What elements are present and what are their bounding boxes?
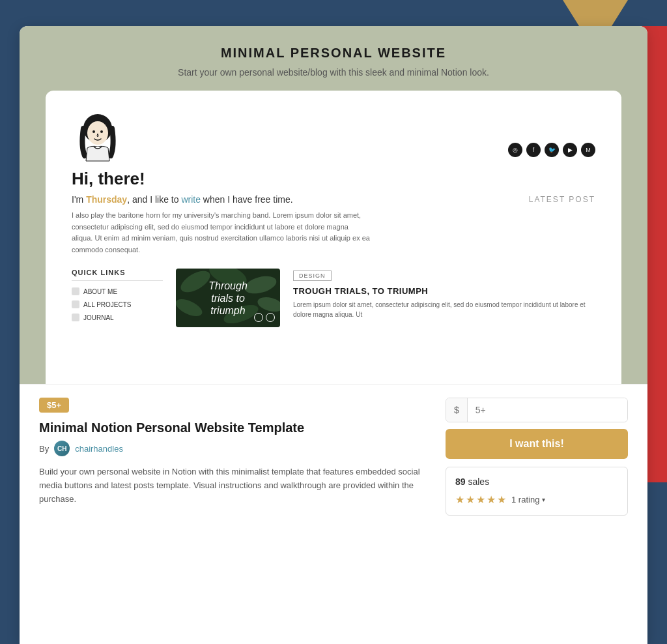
svg-point-6 — [243, 273, 279, 297]
journal-icon — [72, 314, 79, 321]
intro-middle: , and I like to — [127, 194, 181, 205]
purchase-right: $ I want this! 89 sales ★ ★ ★ ★ ★ — [446, 398, 628, 516]
circle-nav-1[interactable] — [254, 313, 263, 322]
stats-box: 89 sales ★ ★ ★ ★ ★ 1 rating ▾ — [446, 467, 628, 516]
image-nav-circles — [254, 313, 275, 322]
price-input[interactable] — [468, 398, 627, 422]
creator-link[interactable]: chairhandles — [75, 444, 123, 454]
instagram-icon[interactable]: ◎ — [508, 143, 522, 157]
avatar-sketch — [72, 110, 124, 162]
quick-link-journal[interactable]: JOURNAL — [72, 314, 163, 321]
price-input-row: $ — [446, 398, 628, 422]
svg-point-3 — [100, 130, 103, 133]
name-highlight: Thursday — [86, 194, 127, 205]
sales-number: 89 — [455, 476, 466, 487]
svg-point-1 — [87, 121, 108, 145]
product-description: Build your own personal website in Notio… — [39, 465, 433, 506]
star-4: ★ — [487, 493, 496, 506]
youtube-icon[interactable]: ▶ — [563, 143, 577, 157]
greeting-text: Hi, there! — [72, 169, 595, 189]
blog-image-text: Throughtrials totriumph — [208, 280, 248, 317]
creator-avatar: CH — [54, 441, 70, 456]
star-2: ★ — [466, 493, 475, 506]
rating-count: 1 rating — [511, 495, 539, 505]
by-line: By CH chairhandles — [39, 441, 433, 456]
post-info-panel: DESIGN TROUGH TRIALS, TO TRIUMPH Lorem i… — [293, 269, 595, 327]
latest-post-label: LATEST POST — [529, 195, 595, 204]
intro-description: I also play the baritone horn for my uni… — [72, 210, 371, 256]
main-card: MINIMAL PERSONAL WEBSITE Start your own … — [20, 26, 647, 644]
facebook-icon[interactable]: f — [526, 143, 541, 157]
preview-title: MINIMAL PERSONAL WEBSITE — [46, 46, 621, 61]
intro-end: when I have free time. — [201, 194, 293, 205]
intro-prefix: I'm — [72, 194, 86, 205]
preview-subtitle: Start your own personal website/blog wit… — [46, 67, 621, 78]
price-badge: $5+ — [39, 398, 69, 413]
intro-line: I'm Thursday, and I like to write when I… — [72, 194, 595, 205]
chevron-down-icon: ▾ — [542, 496, 545, 503]
social-icons-group: ◎ f 🐦 ▶ M — [508, 143, 595, 157]
post-excerpt: Lorem ipsum dolor sit amet, consectetur … — [293, 300, 595, 319]
sales-count: 89 sales — [455, 476, 618, 487]
product-title: Minimal Notion Personal Website Template — [39, 420, 433, 435]
svg-point-9 — [256, 295, 280, 315]
projects-link-label: ALL PROJECTS — [83, 301, 132, 308]
quick-links-title: QUICK LINKS — [72, 269, 163, 281]
projects-icon — [72, 300, 79, 308]
svg-point-7 — [176, 296, 205, 320]
by-label: By — [39, 444, 49, 454]
sales-label: sales — [468, 476, 489, 487]
svg-point-2 — [92, 130, 95, 133]
medium-icon[interactable]: M — [581, 143, 595, 157]
purchase-left: $5+ Minimal Notion Personal Website Temp… — [39, 398, 433, 506]
about-icon — [72, 287, 79, 295]
circle-nav-2[interactable] — [266, 313, 275, 322]
preview-section: MINIMAL PERSONAL WEBSITE Start your own … — [20, 26, 647, 384]
buy-button[interactable]: I want this! — [446, 429, 628, 459]
star-5: ★ — [497, 493, 506, 506]
star-1: ★ — [455, 493, 464, 506]
blog-post-image: Throughtrials totriumph — [176, 269, 280, 327]
quick-link-projects[interactable]: ALL PROJECTS — [72, 300, 163, 308]
twitter-icon[interactable]: 🐦 — [545, 143, 559, 157]
journal-link-label: JOURNAL — [83, 314, 114, 321]
stars-group: ★ ★ ★ ★ ★ — [455, 493, 506, 506]
quick-links-panel: QUICK LINKS ABOUT ME ALL PROJECTS JOURNA… — [72, 269, 163, 327]
action-highlight: write — [181, 194, 201, 205]
about-link-label: ABOUT ME — [83, 288, 117, 295]
purchase-section: $5+ Minimal Notion Personal Website Temp… — [20, 384, 647, 529]
rating-text[interactable]: 1 rating ▾ — [511, 495, 545, 505]
star-3: ★ — [476, 493, 485, 506]
rating-row: ★ ★ ★ ★ ★ 1 rating ▾ — [455, 493, 618, 506]
currency-symbol: $ — [446, 398, 468, 422]
post-category: DESIGN — [293, 271, 332, 281]
quick-link-about[interactable]: ABOUT ME — [72, 287, 163, 295]
post-title: TROUGH TRIALS, TO TRIUMPH — [293, 286, 595, 296]
mockup-card: Hi, there! I'm Thursday, and I like to w… — [46, 91, 621, 384]
bottom-section: QUICK LINKS ABOUT ME ALL PROJECTS JOURNA… — [72, 269, 595, 327]
